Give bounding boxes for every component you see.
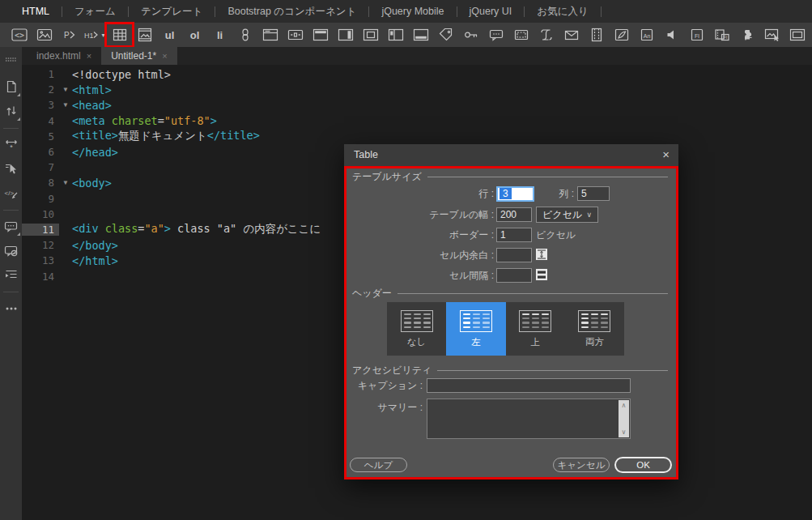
toolbar-rollover-image-button[interactable] xyxy=(759,24,784,45)
menu-tab[interactable]: テンプレート xyxy=(129,5,215,19)
toolbar-edge-animate-button[interactable] xyxy=(609,24,634,45)
svg-text:Fl: Fl xyxy=(723,35,727,40)
cols-input[interactable]: 5 xyxy=(577,186,610,201)
sidebar-lint-check-button[interactable] xyxy=(3,161,19,177)
cancel-button[interactable]: キャンセル xyxy=(553,458,610,472)
code-line[interactable]: 5<title>無題ドキュメント</title> xyxy=(22,129,812,144)
menu-tab[interactable]: フォーム xyxy=(62,5,128,19)
sidebar-extract-button[interactable]: * xyxy=(3,137,19,153)
header-option-left[interactable]: 左 xyxy=(446,302,505,356)
scrollbar[interactable]: ∧ ∨ xyxy=(619,400,629,437)
sidebar-grip-button[interactable] xyxy=(3,55,19,71)
toolbar-unordered-list-button[interactable]: ul xyxy=(157,24,182,45)
toolbar-image-button[interactable] xyxy=(32,24,57,45)
toolbar-paragraph-tag-button[interactable]: P xyxy=(57,24,82,45)
sidebar-more-dots-button[interactable] xyxy=(3,300,19,317)
toolbar-hyperlink-button[interactable] xyxy=(232,24,257,45)
toolbar-figure-button[interactable] xyxy=(132,24,157,45)
toolbar-media-film-button[interactable] xyxy=(584,24,609,45)
code-line[interactable]: 4<meta charset="utf-8"> xyxy=(22,113,812,129)
scroll-up-icon[interactable]: ∧ xyxy=(622,402,627,409)
animate-doc-icon: An xyxy=(639,28,655,42)
close-tab-icon[interactable]: × xyxy=(162,51,167,61)
menu-tab[interactable]: HTML xyxy=(10,6,62,17)
caption-label: キャプション : xyxy=(352,378,423,393)
line-number: 9 xyxy=(22,193,59,205)
cell-padding-input[interactable] xyxy=(496,248,532,262)
cell-padding-icon xyxy=(535,248,548,261)
group-table-size: テーブルサイズ xyxy=(352,170,668,184)
layout-top-icon xyxy=(312,28,329,42)
toolbar-audio-button[interactable] xyxy=(659,24,684,45)
toolbar-layout-inner-button[interactable] xyxy=(358,24,383,45)
close-tab-icon[interactable]: × xyxy=(87,51,91,61)
code-line[interactable]: 1<!doctype html> xyxy=(22,66,812,82)
code-line[interactable]: 2▼<html> xyxy=(22,82,812,97)
sidebar-comment-add-button[interactable] xyxy=(3,219,19,235)
toolbar-carousel-button[interactable] xyxy=(283,24,308,45)
toolbar-code-button[interactable]: <> xyxy=(6,24,32,45)
toolbar-email-link-button[interactable] xyxy=(559,24,584,45)
file-tab[interactable]: Untitled-1*× xyxy=(101,47,176,65)
summary-textarea[interactable]: ∧ ∨ xyxy=(427,399,631,439)
cell-spacing-input[interactable] xyxy=(496,268,532,283)
toolbar-heading-tag-button[interactable]: H1▾ xyxy=(82,24,107,45)
scroll-down-icon[interactable]: ∨ xyxy=(622,428,627,436)
menu-tab[interactable]: Bootstrap のコンポーネント xyxy=(215,5,368,19)
toolbar-screen-button[interactable] xyxy=(508,24,534,45)
sidebar-code-edit-button[interactable]: </> xyxy=(3,185,19,202)
fold-arrow-icon[interactable]: ▼ xyxy=(59,179,72,186)
toolbar-fieldset-button[interactable] xyxy=(784,24,810,45)
header-option-none[interactable]: なし xyxy=(387,302,446,356)
width-unit-select[interactable]: ピクセル ∨ xyxy=(536,207,598,223)
cell-padding-label: セル内余白 : xyxy=(409,248,494,262)
border-input[interactable]: 1 xyxy=(496,228,532,242)
toolbar-header-element-button[interactable] xyxy=(257,24,283,45)
table-header-left-icon xyxy=(460,310,492,332)
toolbar-layout-left-button[interactable] xyxy=(383,24,408,45)
file-tab[interactable]: index.html× xyxy=(27,47,101,65)
toolbar-comment-button[interactable] xyxy=(483,24,508,45)
fold-arrow-icon[interactable]: ▼ xyxy=(59,101,72,109)
layout-inner-icon xyxy=(363,28,379,42)
toolbar-layout-right-button[interactable] xyxy=(333,24,358,45)
meta-tag-icon xyxy=(438,28,454,42)
toolbar-list-item-button[interactable]: li xyxy=(207,24,232,45)
sidebar-comment-remove-button[interactable] xyxy=(3,243,19,259)
toolbar-keywords-key-button[interactable] xyxy=(458,24,483,45)
help-button[interactable]: ヘルプ xyxy=(350,458,407,472)
toolbar-meta-tag-button[interactable] xyxy=(433,24,458,45)
ok-button[interactable]: OK xyxy=(614,457,672,473)
header-option-top[interactable]: 上 xyxy=(506,302,565,356)
toolbar-flash-swf-button[interactable]: Fl xyxy=(684,24,709,45)
menu-tab[interactable]: jQuery Mobile xyxy=(369,6,456,17)
toolbar-plugin-button[interactable] xyxy=(734,24,759,45)
list-item-icon: li xyxy=(217,29,223,41)
flyout-caret-icon xyxy=(17,117,20,121)
menu-tab[interactable]: jQuery UI xyxy=(457,6,525,17)
rows-input[interactable]: 3 xyxy=(496,186,534,202)
hyperlink-icon xyxy=(237,28,253,42)
fold-arrow-icon[interactable]: ▼ xyxy=(59,86,72,93)
line-number: 2 xyxy=(22,83,59,96)
toolbar-flash-video-button[interactable]: Fl xyxy=(709,24,734,45)
code-line[interactable]: 3▼<head> xyxy=(22,97,812,113)
rollover-image-icon xyxy=(764,28,780,42)
menu-tab[interactable]: お気に入り xyxy=(525,5,600,19)
toolbar-animate-doc-button[interactable]: An xyxy=(634,24,659,45)
toolbar-layout-top-button[interactable] xyxy=(308,24,333,45)
line-number: 12 xyxy=(22,239,59,251)
toolbar-script-button[interactable] xyxy=(534,24,559,45)
table-width-input[interactable]: 200 xyxy=(496,207,532,222)
caption-input[interactable] xyxy=(427,378,631,393)
toolbar-layout-bottom-button[interactable] xyxy=(408,24,433,45)
sidebar-file-manage-button[interactable] xyxy=(3,79,19,96)
code-text: <html> xyxy=(72,83,112,96)
sidebar-format-indent-button[interactable] xyxy=(3,267,19,283)
close-icon[interactable]: × xyxy=(662,144,670,166)
toolbar-table-button[interactable] xyxy=(107,24,132,45)
toolbar-ordered-list-button[interactable]: ol xyxy=(182,24,207,45)
keywords-key-icon xyxy=(463,28,479,42)
sidebar-sync-swap-button[interactable] xyxy=(3,104,19,120)
header-option-both[interactable]: 両方 xyxy=(565,302,624,356)
